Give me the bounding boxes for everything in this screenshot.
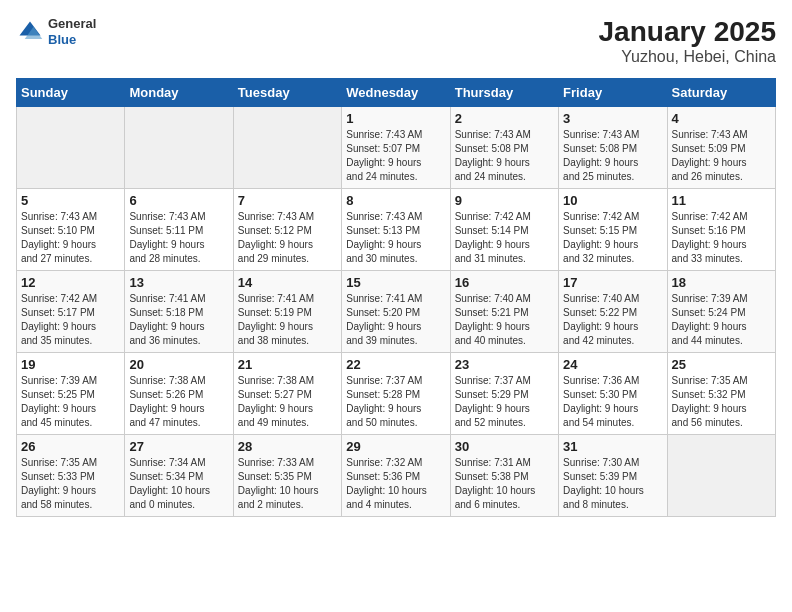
day-number: 20	[129, 357, 228, 372]
day-number: 19	[21, 357, 120, 372]
day-detail: Sunrise: 7:42 AMSunset: 5:17 PMDaylight:…	[21, 292, 120, 348]
calendar-cell: 22Sunrise: 7:37 AMSunset: 5:28 PMDayligh…	[342, 353, 450, 435]
day-number: 26	[21, 439, 120, 454]
day-detail: Sunrise: 7:43 AMSunset: 5:08 PMDaylight:…	[455, 128, 554, 184]
calendar-cell: 11Sunrise: 7:42 AMSunset: 5:16 PMDayligh…	[667, 189, 775, 271]
calendar-cell	[233, 107, 341, 189]
day-number: 14	[238, 275, 337, 290]
calendar-cell: 24Sunrise: 7:36 AMSunset: 5:30 PMDayligh…	[559, 353, 667, 435]
day-detail: Sunrise: 7:42 AMSunset: 5:15 PMDaylight:…	[563, 210, 662, 266]
calendar-cell: 9Sunrise: 7:42 AMSunset: 5:14 PMDaylight…	[450, 189, 558, 271]
logo-blue-text: Blue	[48, 32, 96, 48]
day-number: 4	[672, 111, 771, 126]
day-detail: Sunrise: 7:35 AMSunset: 5:32 PMDaylight:…	[672, 374, 771, 430]
calendar-cell: 5Sunrise: 7:43 AMSunset: 5:10 PMDaylight…	[17, 189, 125, 271]
day-number: 1	[346, 111, 445, 126]
day-number: 28	[238, 439, 337, 454]
calendar-cell: 15Sunrise: 7:41 AMSunset: 5:20 PMDayligh…	[342, 271, 450, 353]
day-detail: Sunrise: 7:35 AMSunset: 5:33 PMDaylight:…	[21, 456, 120, 512]
day-number: 27	[129, 439, 228, 454]
calendar-table: SundayMondayTuesdayWednesdayThursdayFrid…	[16, 78, 776, 517]
day-detail: Sunrise: 7:33 AMSunset: 5:35 PMDaylight:…	[238, 456, 337, 512]
calendar-week-row: 26Sunrise: 7:35 AMSunset: 5:33 PMDayligh…	[17, 435, 776, 517]
logo: General Blue	[16, 16, 96, 47]
day-detail: Sunrise: 7:31 AMSunset: 5:38 PMDaylight:…	[455, 456, 554, 512]
calendar-week-row: 19Sunrise: 7:39 AMSunset: 5:25 PMDayligh…	[17, 353, 776, 435]
calendar-cell: 20Sunrise: 7:38 AMSunset: 5:26 PMDayligh…	[125, 353, 233, 435]
day-number: 24	[563, 357, 662, 372]
calendar-cell: 4Sunrise: 7:43 AMSunset: 5:09 PMDaylight…	[667, 107, 775, 189]
calendar-cell: 29Sunrise: 7:32 AMSunset: 5:36 PMDayligh…	[342, 435, 450, 517]
day-number: 18	[672, 275, 771, 290]
logo-icon	[16, 18, 44, 46]
day-detail: Sunrise: 7:43 AMSunset: 5:11 PMDaylight:…	[129, 210, 228, 266]
day-number: 31	[563, 439, 662, 454]
calendar-cell: 27Sunrise: 7:34 AMSunset: 5:34 PMDayligh…	[125, 435, 233, 517]
day-detail: Sunrise: 7:40 AMSunset: 5:21 PMDaylight:…	[455, 292, 554, 348]
calendar-cell: 3Sunrise: 7:43 AMSunset: 5:08 PMDaylight…	[559, 107, 667, 189]
day-detail: Sunrise: 7:40 AMSunset: 5:22 PMDaylight:…	[563, 292, 662, 348]
day-number: 16	[455, 275, 554, 290]
calendar-cell: 31Sunrise: 7:30 AMSunset: 5:39 PMDayligh…	[559, 435, 667, 517]
day-detail: Sunrise: 7:36 AMSunset: 5:30 PMDaylight:…	[563, 374, 662, 430]
day-number: 29	[346, 439, 445, 454]
calendar-week-row: 5Sunrise: 7:43 AMSunset: 5:10 PMDaylight…	[17, 189, 776, 271]
day-number: 30	[455, 439, 554, 454]
calendar-cell: 10Sunrise: 7:42 AMSunset: 5:15 PMDayligh…	[559, 189, 667, 271]
page-subtitle: Yuzhou, Hebei, China	[599, 48, 776, 66]
day-detail: Sunrise: 7:41 AMSunset: 5:19 PMDaylight:…	[238, 292, 337, 348]
weekday-header-friday: Friday	[559, 79, 667, 107]
calendar-cell: 28Sunrise: 7:33 AMSunset: 5:35 PMDayligh…	[233, 435, 341, 517]
calendar-cell: 25Sunrise: 7:35 AMSunset: 5:32 PMDayligh…	[667, 353, 775, 435]
calendar-week-row: 1Sunrise: 7:43 AMSunset: 5:07 PMDaylight…	[17, 107, 776, 189]
day-detail: Sunrise: 7:43 AMSunset: 5:10 PMDaylight:…	[21, 210, 120, 266]
day-detail: Sunrise: 7:37 AMSunset: 5:28 PMDaylight:…	[346, 374, 445, 430]
day-number: 3	[563, 111, 662, 126]
title-block: January 2025 Yuzhou, Hebei, China	[599, 16, 776, 66]
day-number: 7	[238, 193, 337, 208]
calendar-cell: 16Sunrise: 7:40 AMSunset: 5:21 PMDayligh…	[450, 271, 558, 353]
day-detail: Sunrise: 7:42 AMSunset: 5:16 PMDaylight:…	[672, 210, 771, 266]
day-detail: Sunrise: 7:43 AMSunset: 5:07 PMDaylight:…	[346, 128, 445, 184]
logo-text: General Blue	[48, 16, 96, 47]
day-number: 12	[21, 275, 120, 290]
page-title: January 2025	[599, 16, 776, 48]
day-number: 21	[238, 357, 337, 372]
day-number: 22	[346, 357, 445, 372]
day-number: 17	[563, 275, 662, 290]
day-detail: Sunrise: 7:38 AMSunset: 5:27 PMDaylight:…	[238, 374, 337, 430]
calendar-cell: 7Sunrise: 7:43 AMSunset: 5:12 PMDaylight…	[233, 189, 341, 271]
day-number: 10	[563, 193, 662, 208]
calendar-cell: 17Sunrise: 7:40 AMSunset: 5:22 PMDayligh…	[559, 271, 667, 353]
day-detail: Sunrise: 7:37 AMSunset: 5:29 PMDaylight:…	[455, 374, 554, 430]
day-detail: Sunrise: 7:43 AMSunset: 5:13 PMDaylight:…	[346, 210, 445, 266]
day-detail: Sunrise: 7:38 AMSunset: 5:26 PMDaylight:…	[129, 374, 228, 430]
calendar-cell: 18Sunrise: 7:39 AMSunset: 5:24 PMDayligh…	[667, 271, 775, 353]
weekday-header-monday: Monday	[125, 79, 233, 107]
day-detail: Sunrise: 7:43 AMSunset: 5:12 PMDaylight:…	[238, 210, 337, 266]
calendar-cell: 19Sunrise: 7:39 AMSunset: 5:25 PMDayligh…	[17, 353, 125, 435]
day-detail: Sunrise: 7:43 AMSunset: 5:08 PMDaylight:…	[563, 128, 662, 184]
calendar-cell	[17, 107, 125, 189]
calendar-cell: 30Sunrise: 7:31 AMSunset: 5:38 PMDayligh…	[450, 435, 558, 517]
day-detail: Sunrise: 7:41 AMSunset: 5:20 PMDaylight:…	[346, 292, 445, 348]
day-number: 5	[21, 193, 120, 208]
day-number: 6	[129, 193, 228, 208]
day-detail: Sunrise: 7:30 AMSunset: 5:39 PMDaylight:…	[563, 456, 662, 512]
day-number: 23	[455, 357, 554, 372]
calendar-cell: 8Sunrise: 7:43 AMSunset: 5:13 PMDaylight…	[342, 189, 450, 271]
calendar-cell: 26Sunrise: 7:35 AMSunset: 5:33 PMDayligh…	[17, 435, 125, 517]
day-detail: Sunrise: 7:34 AMSunset: 5:34 PMDaylight:…	[129, 456, 228, 512]
day-detail: Sunrise: 7:39 AMSunset: 5:25 PMDaylight:…	[21, 374, 120, 430]
day-number: 11	[672, 193, 771, 208]
weekday-header-sunday: Sunday	[17, 79, 125, 107]
calendar-week-row: 12Sunrise: 7:42 AMSunset: 5:17 PMDayligh…	[17, 271, 776, 353]
day-number: 15	[346, 275, 445, 290]
weekday-header-thursday: Thursday	[450, 79, 558, 107]
day-detail: Sunrise: 7:41 AMSunset: 5:18 PMDaylight:…	[129, 292, 228, 348]
day-detail: Sunrise: 7:32 AMSunset: 5:36 PMDaylight:…	[346, 456, 445, 512]
day-number: 9	[455, 193, 554, 208]
day-number: 8	[346, 193, 445, 208]
day-number: 2	[455, 111, 554, 126]
day-detail: Sunrise: 7:39 AMSunset: 5:24 PMDaylight:…	[672, 292, 771, 348]
